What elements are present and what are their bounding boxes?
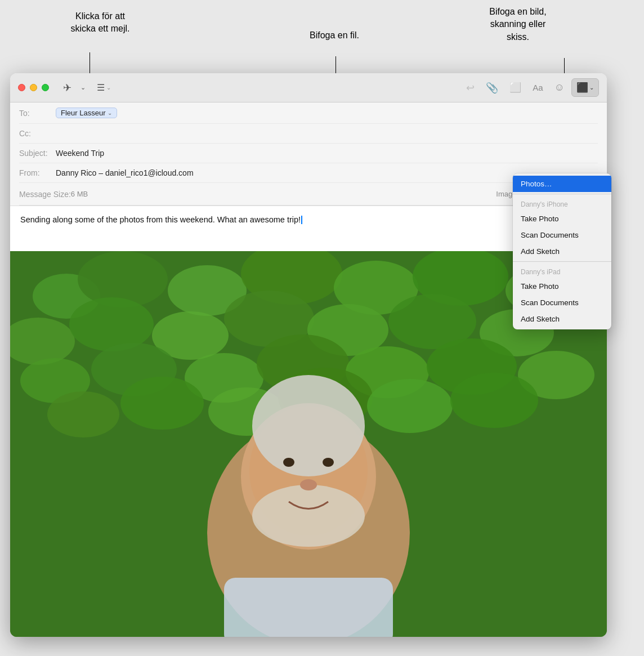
text-cursor bbox=[301, 216, 302, 224]
svg-point-37 bbox=[300, 479, 317, 490]
font-icon: Aa bbox=[533, 83, 543, 92]
menu-item-ipad-add-sketch[interactable]: Add Sketch bbox=[513, 311, 611, 327]
menu-item-photos[interactable]: Photos… bbox=[513, 176, 611, 192]
svg-point-35 bbox=[283, 458, 294, 467]
menu-item-iphone-take-photo[interactable]: Take Photo bbox=[513, 211, 611, 227]
send-chevron-button[interactable]: ⌄ bbox=[77, 81, 90, 94]
callout-attach-media: Bifoga en bild, skanning eller skiss. bbox=[462, 6, 574, 43]
size-row: Message Size: 6 MB Image Size: Actual Si… bbox=[19, 183, 598, 206]
svg-point-28 bbox=[450, 373, 538, 428]
menu-item-ipad-take-photo[interactable]: Take Photo bbox=[513, 278, 611, 294]
cc-row: Cc: bbox=[19, 124, 598, 144]
body-text: Sending along some of the photos from th… bbox=[20, 215, 301, 224]
callout-send: Klicka för att skicka ett mejl. bbox=[44, 10, 156, 35]
subject-value: Weekend Trip bbox=[56, 149, 104, 158]
format-button[interactable]: ☰ ⌄ bbox=[93, 79, 115, 96]
from-value: Danny Rico – daniel_rico1@icloud.com bbox=[56, 168, 194, 177]
menu-header-ipad: Danny's iPad bbox=[513, 264, 611, 278]
font-button[interactable]: Aa bbox=[528, 80, 547, 95]
paperclip-icon: 📎 bbox=[486, 82, 498, 94]
subject-label: Subject: bbox=[19, 149, 56, 158]
toolbar-left-icons: ✈ ⌄ ☰ ⌄ bbox=[59, 79, 115, 97]
menu-item-ipad-scan-docs[interactable]: Scan Documents bbox=[513, 294, 611, 311]
to-row: To: Fleur Lasseur ⌄ bbox=[19, 102, 598, 124]
media-chevron-icon: ⌄ bbox=[589, 84, 594, 91]
from-label: From: bbox=[19, 168, 56, 177]
svg-point-34 bbox=[252, 485, 365, 547]
callout-attach-file: Bifoga en fil. bbox=[289, 29, 379, 42]
message-size-value: 6 MB bbox=[71, 190, 88, 198]
subject-row: Subject: Weekend Trip bbox=[19, 144, 598, 163]
annotation-icon: ⬜ bbox=[509, 82, 521, 93]
media-insert-button[interactable]: ⬛ ⌄ bbox=[571, 78, 599, 97]
media-icon: ⬛ bbox=[576, 82, 588, 93]
menu-header-iphone: Danny's iPhone bbox=[513, 196, 611, 211]
svg-point-23 bbox=[47, 391, 119, 438]
svg-point-10 bbox=[69, 297, 154, 351]
toolbar: ✈ ⌄ ☰ ⌄ ↩ 📎 ⬜ Aa ☺ bbox=[10, 73, 607, 102]
recipient-chevron-icon: ⌄ bbox=[108, 110, 112, 116]
recipient-name: Fleur Lasseur bbox=[61, 109, 105, 117]
menu-item-iphone-add-sketch[interactable]: Add Sketch bbox=[513, 243, 611, 260]
attach-file-button[interactable]: 📎 bbox=[481, 79, 503, 97]
svg-point-33 bbox=[252, 375, 365, 476]
message-size-label: Message Size: bbox=[19, 190, 71, 199]
svg-point-24 bbox=[120, 377, 204, 430]
from-row: From: Danny Rico – daniel_rico1@icloud.c… bbox=[19, 163, 598, 183]
send-button[interactable]: ✈ bbox=[59, 79, 75, 97]
send-icon: ✈ bbox=[63, 82, 71, 94]
reply-icon: ↩ bbox=[466, 82, 475, 94]
menu-divider-1 bbox=[513, 194, 611, 194]
emoji-button[interactable]: ☺ bbox=[550, 79, 569, 96]
annotation-button[interactable]: ⬜ bbox=[505, 79, 526, 96]
minimize-button[interactable] bbox=[30, 84, 37, 91]
toolbar-right-icons: ↩ 📎 ⬜ Aa ☺ ⬛ ⌄ bbox=[462, 78, 599, 97]
cc-label: Cc: bbox=[19, 129, 56, 138]
svg-point-27 bbox=[367, 379, 453, 433]
emoji-icon: ☺ bbox=[554, 82, 565, 93]
svg-rect-31 bbox=[224, 578, 393, 637]
dropdown-menu: Photos… Danny's iPhone Take Photo Scan D… bbox=[513, 173, 611, 329]
menu-item-iphone-scan-docs[interactable]: Scan Documents bbox=[513, 227, 611, 243]
mail-window: ✈ ⌄ ☰ ⌄ ↩ 📎 ⬜ Aa ☺ bbox=[10, 73, 607, 637]
format-icon: ☰ bbox=[97, 82, 105, 93]
to-label: To: bbox=[19, 109, 56, 118]
menu-divider-2 bbox=[513, 261, 611, 262]
reply-button[interactable]: ↩ bbox=[462, 79, 479, 97]
close-button[interactable] bbox=[18, 84, 25, 91]
traffic-lights bbox=[18, 84, 49, 91]
maximize-button[interactable] bbox=[42, 84, 49, 91]
format-chevron-icon: ⌄ bbox=[106, 84, 111, 91]
recipient-chip[interactable]: Fleur Lasseur ⌄ bbox=[56, 108, 117, 118]
chevron-down-icon: ⌄ bbox=[80, 84, 86, 91]
svg-point-36 bbox=[323, 458, 334, 467]
